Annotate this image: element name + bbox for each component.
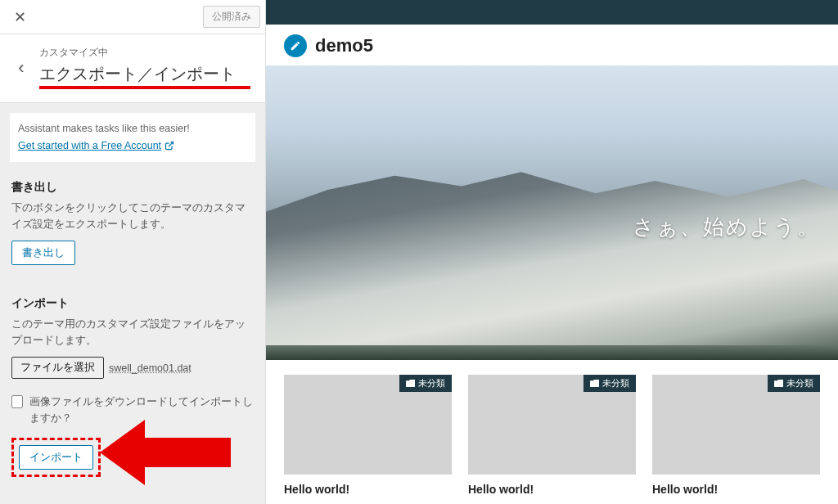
svg-line-0 bbox=[169, 142, 173, 147]
download-images-label: 画像ファイルをダウンロードしてインポートしますか？ bbox=[29, 394, 254, 426]
import-highlight-box: インポート bbox=[11, 438, 101, 477]
category-badge: 未分類 bbox=[768, 375, 820, 392]
import-desc: このテーマ用のカスタマイズ設定ファイルをアップロードします。 bbox=[11, 316, 254, 349]
panel-title: エクスポート／インポート bbox=[39, 63, 255, 84]
import-button[interactable]: インポート bbox=[19, 445, 93, 470]
external-link-icon bbox=[164, 141, 174, 151]
post-title: Hello world! bbox=[284, 483, 452, 496]
close-icon[interactable]: ✕ bbox=[5, 2, 34, 32]
svg-marker-1 bbox=[100, 420, 231, 485]
assistant-link[interactable]: Get started with a Free Account bbox=[18, 140, 174, 151]
export-heading: 書き出し bbox=[11, 180, 254, 195]
site-title: demo5 bbox=[315, 35, 373, 56]
post-thumbnail: 未分類 bbox=[468, 375, 636, 475]
callout-arrow-icon bbox=[100, 420, 231, 485]
selected-file-name: swell_demo01.dat bbox=[109, 362, 191, 374]
edit-shortcut-button[interactable] bbox=[284, 34, 307, 57]
hero-caption: さぁ、始めよう。 bbox=[633, 213, 820, 241]
folder-icon bbox=[406, 380, 415, 387]
post-card[interactable]: 未分類 Hello world! bbox=[468, 375, 636, 496]
title-underline bbox=[39, 86, 250, 89]
folder-icon bbox=[774, 380, 783, 387]
post-card[interactable]: 未分類 Hello world! bbox=[284, 375, 452, 496]
assistant-message: Assistant makes tasks like this easier! bbox=[18, 123, 247, 134]
assistant-link-label: Get started with a Free Account bbox=[18, 140, 161, 151]
post-title: Hello world! bbox=[468, 483, 636, 496]
download-images-checkbox[interactable] bbox=[11, 395, 23, 408]
hero-image: さぁ、始めよう。 bbox=[266, 65, 838, 360]
export-button[interactable]: 書き出し bbox=[11, 241, 75, 265]
export-desc: 下のボタンをクリックしてこのテーマのカスタマイズ設定をエクスポートします。 bbox=[11, 200, 254, 232]
category-badge: 未分類 bbox=[399, 375, 452, 392]
post-thumbnail: 未分類 bbox=[652, 375, 820, 475]
post-title: Hello world! bbox=[652, 483, 820, 496]
breadcrumb: カスタマイズ中 bbox=[39, 46, 255, 60]
preview-topbar bbox=[266, 0, 838, 25]
publish-status-button[interactable]: 公開済み bbox=[203, 6, 260, 28]
choose-file-button[interactable]: ファイルを選択 bbox=[11, 357, 104, 379]
pencil-icon bbox=[290, 40, 301, 52]
category-badge: 未分類 bbox=[583, 375, 636, 392]
back-arrow-icon[interactable]: ‹ bbox=[10, 57, 33, 79]
import-heading: インポート bbox=[11, 296, 254, 311]
post-thumbnail: 未分類 bbox=[284, 375, 452, 475]
post-card[interactable]: 未分類 Hello world! bbox=[652, 375, 820, 496]
folder-icon bbox=[590, 380, 599, 387]
